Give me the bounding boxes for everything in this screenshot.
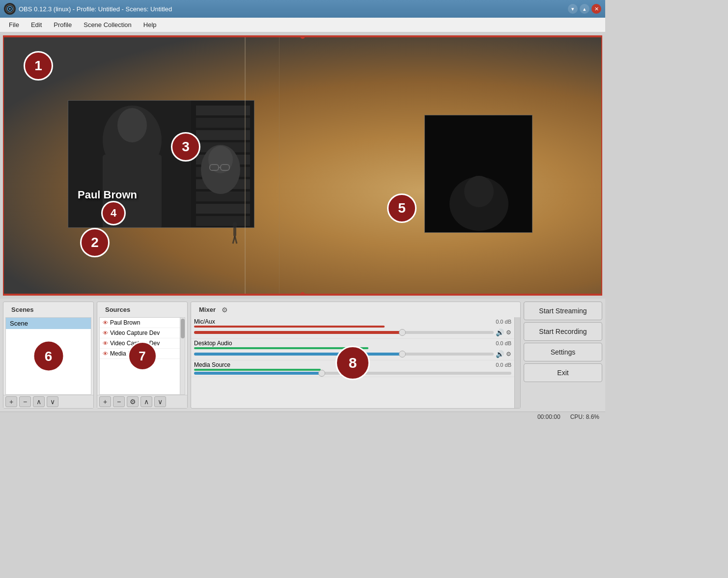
exit-button[interactable]: Exit (524, 363, 602, 382)
preview-line-v1 (245, 36, 246, 295)
sources-list-container: 👁 Paul Brown 👁 Video Capture Dev 👁 Video… (99, 317, 185, 395)
bottom-panel: Scenes Scene 6 + − ∧ ∨ Sources 👁 Paul Br… (0, 299, 605, 412)
menu-help[interactable]: Help (139, 19, 162, 30)
mixer-channels: Mic/Aux 0.0 dB 🔊 ⚙ Desktop Audio 0.0 dB (191, 317, 514, 408)
svg-rect-4 (233, 227, 236, 236)
mixer-mic-gear-icon[interactable]: ⚙ (506, 329, 511, 336)
svg-rect-14 (196, 130, 250, 140)
svg-rect-21 (196, 216, 250, 226)
badge-3: 3 (171, 132, 200, 162)
start-recording-button[interactable]: Start Recording (524, 322, 602, 341)
preview-line-v2 (279, 36, 280, 295)
badge-8: 8 (336, 346, 370, 380)
close-btn[interactable]: ✕ (591, 4, 601, 14)
sources-remove-btn[interactable]: − (113, 396, 125, 407)
obs-logo (4, 3, 16, 15)
chevron-down-btn[interactable]: ▾ (568, 4, 578, 14)
start-streaming-button[interactable]: Start Streaming (524, 302, 602, 320)
preview-bottom-dot (300, 292, 305, 296)
badge-7: 7 (128, 341, 157, 371)
name-overlay: Paul Brown (78, 189, 137, 201)
sources-up-btn[interactable]: ∧ (140, 396, 152, 407)
source-overlay-webcam (68, 100, 254, 228)
menu-edit[interactable]: Edit (26, 19, 47, 30)
mixer-panel-title: Mixer (195, 304, 220, 315)
badge-2: 2 (80, 228, 110, 257)
scenes-panel-title: Scenes (7, 304, 38, 315)
source-visibility-icon-3[interactable]: 👁 (103, 340, 108, 346)
badge-6: 6 (32, 340, 64, 372)
svg-rect-12 (196, 106, 250, 115)
mixer-panel: Mixer ⚙ Mic/Aux 0.0 dB 🔊 ⚙ (191, 302, 521, 409)
settings-button[interactable]: Settings (524, 343, 602, 361)
svg-point-29 (464, 176, 494, 207)
controls-panel: Start Streaming Start Recording Settings… (524, 302, 602, 409)
mixer-desktop-gear-icon[interactable]: ⚙ (506, 351, 511, 358)
sources-panel-header: Sources (97, 302, 187, 317)
sources-add-btn[interactable]: + (99, 396, 111, 407)
scenes-toolbar: + − ∧ ∨ (3, 395, 93, 408)
mixer-mic-slider[interactable] (194, 331, 494, 334)
sources-scrollbar[interactable] (180, 318, 185, 394)
mixer-panel-header: Mixer ⚙ (191, 302, 520, 317)
titlebar-title: OBS 0.12.3 (linux) - Profile: Untitled -… (19, 5, 172, 13)
source-visibility-icon-4[interactable]: 👁 (103, 351, 108, 357)
sources-scrollbar-thumb[interactable] (181, 319, 185, 338)
scenes-panel: Scenes Scene 6 + − ∧ ∨ (3, 302, 94, 409)
badge-5: 5 (387, 193, 417, 223)
svg-point-9 (117, 108, 147, 142)
minimize-btn[interactable]: ▴ (580, 4, 589, 14)
sources-down-btn[interactable]: ∨ (154, 396, 166, 407)
menubar: File Edit Profile Scene Collection Help (0, 18, 605, 32)
badge-1: 1 (24, 51, 53, 81)
svg-rect-20 (196, 204, 250, 214)
scenes-add-btn[interactable]: + (5, 396, 17, 407)
source-visibility-icon-2[interactable]: 👁 (103, 330, 108, 336)
menu-profile[interactable]: Profile (49, 19, 77, 30)
mixer-channel-mic-label: Mic/Aux (194, 318, 215, 325)
preview-area: Paul Brown 1 2 3 4 5 (3, 35, 602, 296)
svg-point-3 (232, 222, 237, 228)
menu-scene-collection[interactable]: Scene Collection (79, 19, 137, 30)
mixer-channel-media-label: Media Source (194, 361, 230, 368)
mixer-gear-icon[interactable]: ⚙ (222, 306, 228, 314)
source-visibility-icon[interactable]: 👁 (103, 320, 108, 326)
scenes-up-btn[interactable]: ∧ (33, 396, 45, 407)
source-item-paul-brown[interactable]: 👁 Paul Brown (100, 318, 180, 328)
mixer-channel-mic-header: Mic/Aux 0.0 dB (194, 318, 511, 325)
scene-item[interactable]: Scene (6, 318, 91, 329)
mixer-channel-desktop-label: Desktop Audio (194, 340, 232, 347)
scenes-remove-btn[interactable]: − (19, 396, 31, 407)
scenes-down-btn[interactable]: ∨ (47, 396, 58, 407)
mixer-mic-level-bar (194, 326, 385, 328)
mixer-desktop-vol-icon[interactable]: 🔊 (496, 350, 504, 358)
statusbar: 00:00:00 CPU: 8.6% (0, 412, 605, 422)
status-time: 00:00:00 (537, 413, 560, 420)
svg-point-2 (9, 8, 11, 10)
source-overlay-2-bg (425, 115, 532, 232)
status-cpu: CPU: 8.6% (570, 413, 599, 420)
mixer-mic-slider-row: 🔊 ⚙ (194, 329, 511, 336)
source-item-video-capture-1[interactable]: 👁 Video Capture Dev (100, 328, 180, 338)
titlebar-controls: ▾ ▴ ✕ (568, 4, 601, 14)
svg-rect-13 (196, 118, 250, 128)
mixer-inner: Mic/Aux 0.0 dB 🔊 ⚙ Desktop Audio 0.0 dB (191, 317, 520, 408)
titlebar-left: OBS 0.12.3 (linux) - Profile: Untitled -… (4, 3, 172, 15)
sources-settings-btn[interactable]: ⚙ (127, 396, 139, 407)
sources-toolbar: + − ⚙ ∧ ∨ (97, 395, 187, 408)
source-overlay-webcam-bg (68, 101, 254, 227)
menu-file[interactable]: File (4, 19, 24, 30)
mixer-channel-media-db: 0.0 dB (496, 362, 511, 368)
scenes-panel-header: Scenes (3, 302, 93, 317)
preview-silhouette (230, 221, 240, 246)
source-overlay-2 (424, 115, 532, 233)
mixer-mic-vol-icon[interactable]: 🔊 (496, 329, 504, 336)
mixer-scrollbar[interactable] (514, 317, 520, 408)
mixer-channel-mic-db: 0.0 dB (496, 319, 511, 325)
badge-4: 4 (101, 201, 126, 225)
titlebar: OBS 0.12.3 (linux) - Profile: Untitled -… (0, 0, 605, 18)
mixer-channel-desktop-db: 0.0 dB (496, 340, 511, 346)
sources-panel-title: Sources (101, 304, 134, 315)
svg-line-6 (235, 236, 237, 244)
scenes-list: Scene 6 (5, 317, 91, 395)
